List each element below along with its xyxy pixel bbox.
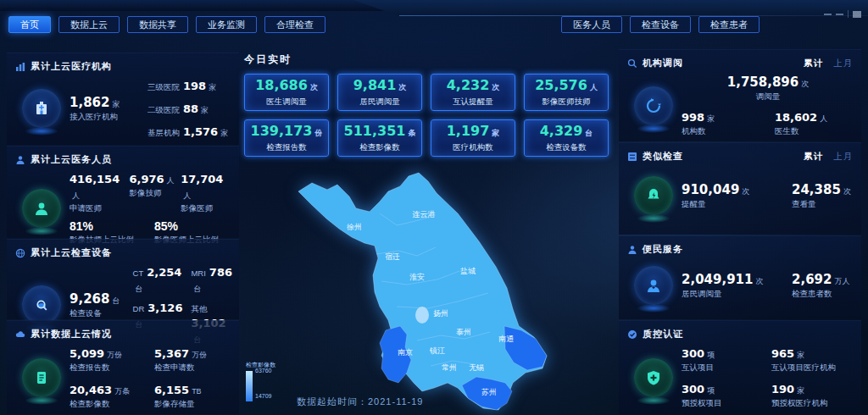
nav-tabs-left: 首页 数据上云 数据共享 业务监测 合理检查: [8, 16, 326, 33]
cloud-icon: [15, 329, 25, 340]
stat: 5,367万份 检查申请数: [154, 346, 232, 374]
staff-icon: [22, 189, 61, 228]
stat-value: 1,862: [70, 95, 109, 110]
stat: 2,049,911次 居民调阅量: [682, 272, 792, 300]
city-label[interactable]: 淮安: [409, 273, 425, 281]
panel-title: 便民服务: [643, 243, 683, 256]
tab-home[interactable]: 首页: [8, 16, 51, 33]
toggle-cumulative[interactable]: 累计: [804, 58, 823, 69]
city-label[interactable]: 无锡: [469, 363, 484, 372]
nav-tabs-right: 医务人员 检查设备 检查患者: [561, 16, 760, 33]
stat-box-devices: 4,329台 检查设备数: [524, 119, 609, 157]
globe-icon: [15, 248, 25, 258]
stat-row: 三级医院198家: [147, 78, 228, 93]
legend-max: 63760: [255, 368, 271, 374]
tab-medical-staff[interactable]: 医务人员: [561, 16, 622, 33]
stat-row: 二级医院88家: [147, 101, 228, 116]
stat: 5,099万份 检查报告数: [70, 346, 147, 374]
stat-row: CT2,254台: [133, 264, 183, 295]
stat: 24,385次 查看量: [792, 182, 851, 210]
check-badge-icon: [627, 329, 637, 340]
dashboard: 徐州 连云港 宿迁 淮安 盐城 扬州 泰州 南通 南京 镇江 常州 无锡 苏州 …: [0, 0, 868, 415]
city-label[interactable]: 镇江: [429, 346, 445, 355]
stat: 1,758,896次 调阅量: [682, 75, 854, 102]
panel-title: 累计上云检查设备: [31, 246, 112, 259]
citizen-icon: [634, 266, 673, 305]
tab-data-share[interactable]: 数据共享: [127, 16, 188, 33]
stat: 416,154人 申请医师: [70, 171, 129, 214]
panel-medical-institutions: 累计上云医疗机构 1,862家 接入医疗机构 三级医院198家 二级医院88家 …: [7, 53, 239, 145]
hospital-icon: [22, 89, 61, 128]
tab-exam-devices[interactable]: 检查设备: [630, 16, 691, 33]
topbar-meta: [824, 10, 861, 18]
map-region-jiangsu[interactable]: [298, 173, 547, 410]
panel-title: 类似检查: [643, 150, 683, 163]
city-label[interactable]: 南京: [398, 348, 413, 357]
stat-row: 基层机构1,576家: [147, 124, 228, 139]
topbar-decoration: [318, 0, 868, 16]
city-label[interactable]: 徐州: [347, 223, 362, 231]
panel-data-cloud-status: 累计数据上云情况 5,099万份 检查报告数 5,367万份 检查申请数 20,…: [7, 320, 239, 414]
stat-box-imaging-staff: 25,576人 影像医师技师: [524, 74, 609, 111]
stat-label: 接入医疗机构: [70, 112, 147, 123]
tab-business-monitor[interactable]: 业务监测: [196, 16, 257, 33]
city-label[interactable]: 宿迁: [385, 252, 400, 261]
city-label[interactable]: 扬州: [433, 309, 448, 318]
city-label[interactable]: 苏州: [481, 388, 497, 396]
map-legend: 检查影像数 63760 14709: [246, 361, 275, 401]
panel-title: 累计上云医务人员: [31, 153, 112, 166]
city-label[interactable]: 盐城: [460, 267, 476, 275]
toggle-last-month[interactable]: 上月: [833, 151, 853, 163]
stat-box-images: 511,351条 检查影像数: [337, 119, 422, 157]
stat: 2,692万人 检查患者数: [792, 272, 849, 300]
city-label[interactable]: 泰州: [456, 328, 471, 336]
tab-reasonable-check[interactable]: 合理检查: [264, 16, 326, 33]
panel-title: 质控认证: [643, 328, 683, 340]
stat: 20,463万条 检查影像数: [70, 382, 147, 410]
stat-box-resident-views: 9,841次 居民调阅量: [337, 74, 422, 111]
stat: 300项 预授权项目: [682, 381, 765, 409]
people-icon: [15, 155, 25, 165]
stat: 17,704人 影像医师: [181, 171, 232, 214]
panel-exam-devices: 累计上云检查设备 9,268台 检查设备 CT2,254台 MRI786台 DR…: [7, 239, 239, 319]
today-title: 今日实时: [244, 53, 609, 67]
panel-title: 机构调阅: [643, 57, 683, 69]
tab-exam-patients[interactable]: 检查患者: [698, 16, 760, 33]
stat: 910,049次 提醒量: [682, 182, 792, 210]
map-lake: [415, 307, 429, 324]
city-label[interactable]: 常州: [442, 363, 457, 372]
stat-box-institutions: 1,197家 医疗机构数: [431, 119, 515, 157]
panel-institution-retrieval: 机构调阅 累计 上月 1,758,896次 调阅量 998家 机构数: [619, 49, 861, 141]
toggle-last-month[interactable]: 上月: [833, 58, 853, 69]
stat: 6,976人 影像技师: [129, 171, 181, 214]
tab-data-cloud[interactable]: 数据上云: [58, 16, 120, 33]
legend-min: 14709: [255, 393, 271, 399]
city-label[interactable]: 南通: [498, 335, 514, 343]
person-icon: [627, 245, 637, 255]
legend-title: 检查影像数: [246, 362, 275, 368]
refresh-icon: [634, 86, 673, 125]
data-start-date: 数据起始时间：2021-11-19: [297, 396, 423, 408]
stat-box-reports: 139,173份 检查报告数: [244, 119, 329, 157]
panel-public-services: 便民服务 2,049,911次 居民调阅量 2,692万人 检查患者数: [619, 235, 861, 319]
shield-icon: [634, 358, 673, 397]
bar-chart-icon: [15, 62, 25, 72]
stat-box-mutual-reminders: 4,232次 互认提醒量: [431, 74, 515, 111]
stat: 6,155TB 影像存储量: [154, 382, 232, 410]
panel-similar-exams: 类似检查 累计 上月 910,049次 提醒量 24,385次 查看量: [619, 142, 861, 235]
city-label[interactable]: 连云港: [413, 210, 436, 219]
stat: 965家 互认项目医疗机构: [771, 346, 854, 374]
stat: 18,602人 医生数: [775, 109, 827, 137]
stat-row: MRI786台: [191, 264, 232, 295]
panel-title: 累计数据上云情况: [31, 328, 112, 340]
search-device-icon: [22, 285, 61, 324]
alert-bell-icon: [634, 176, 673, 215]
stat: 300项 互认项目: [682, 346, 765, 374]
search-icon: [627, 58, 637, 69]
stat: 190家 预授权医疗机构: [771, 381, 854, 409]
stat-box-doctor-views: 18,686次 医生调阅量: [244, 74, 329, 111]
panel-quality-certification: 质控认证 300项 互认项目 965家 互认项目医疗机构 300项 预授权项目: [619, 320, 861, 414]
checklist-icon: [627, 152, 637, 162]
stat: 998家 机构数: [682, 109, 775, 137]
toggle-cumulative[interactable]: 累计: [804, 151, 823, 163]
